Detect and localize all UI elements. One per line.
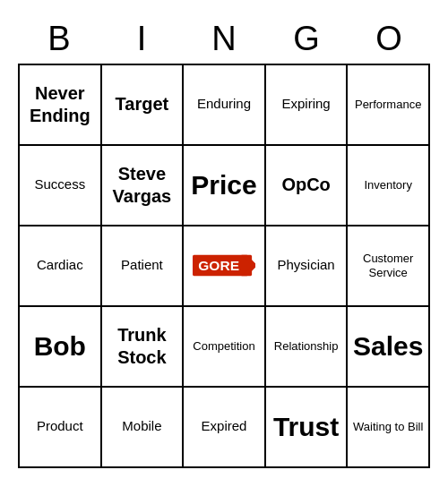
cell-r0c0: Never Ending — [20, 65, 102, 146]
cell-text-r1c1: Steve Vargas — [106, 163, 179, 208]
cell-text-r2c0: Cardiac — [37, 257, 83, 274]
cell-text-r3c3: Relationship — [274, 339, 339, 354]
cell-text-r3c0: Bob — [34, 329, 86, 363]
cell-r3c2: Competition — [184, 307, 266, 388]
gore-logo: GORE — [193, 250, 255, 281]
bingo-grid: Never Ending Target Enduring Expiring Pe… — [18, 64, 430, 468]
cell-text-r2c4: Customer Service — [351, 252, 425, 281]
cell-r0c4: Performance — [348, 65, 430, 146]
cell-text-r0c1: Target — [116, 93, 169, 115]
cell-r2c4: Customer Service — [348, 226, 430, 307]
cell-text-r0c3: Expiring — [281, 96, 330, 113]
cell-r4c2: Expired — [184, 388, 266, 468]
svg-text:GORE: GORE — [198, 258, 239, 273]
cell-text-r1c2: Price — [191, 168, 256, 202]
cell-r1c3: OpCo — [266, 146, 349, 226]
cell-r3c1: Trunk Stock — [102, 307, 185, 388]
letter-g: G — [265, 19, 348, 60]
cell-r2c2: GORE — [184, 226, 266, 307]
cell-text-r4c1: Mobile — [122, 418, 161, 435]
cell-text-r0c4: Performance — [355, 98, 421, 112]
bingo-card: B I N G O Never Ending Target Enduring E… — [9, 10, 439, 477]
cell-text-r2c3: Physician — [277, 257, 334, 274]
cell-r1c4: Inventory — [348, 146, 430, 226]
cell-r3c4: Sales — [348, 307, 430, 388]
cell-text-r4c3: Trust — [273, 410, 339, 444]
letter-n: N — [183, 19, 265, 60]
cell-text-r4c0: Product — [37, 418, 83, 435]
cell-r3c3: Relationship — [266, 307, 349, 388]
cell-r2c3: Physician — [266, 226, 349, 307]
cell-r4c4: Waiting to Bill — [348, 388, 430, 468]
letter-i: I — [100, 19, 183, 60]
letter-o: O — [348, 19, 430, 60]
cell-r2c0: Cardiac — [20, 226, 102, 307]
cell-r0c2: Enduring — [184, 65, 266, 146]
cell-r1c0: Success — [20, 146, 102, 226]
cell-text-r2c1: Patient — [121, 257, 163, 274]
cell-text-r4c2: Expired — [202, 418, 247, 435]
cell-text-r3c1: Trunk Stock — [106, 324, 179, 369]
cell-r4c0: Product — [20, 388, 102, 468]
cell-r1c2: Price — [184, 146, 266, 226]
cell-r0c3: Expiring — [266, 65, 349, 146]
cell-r4c3: Trust — [266, 388, 349, 468]
letter-b: B — [18, 19, 100, 60]
cell-text-r4c4: Waiting to Bill — [353, 420, 423, 434]
cell-text-r0c0: Never Ending — [23, 82, 97, 127]
cell-r3c0: Bob — [20, 307, 102, 388]
cell-text-r1c0: Success — [34, 176, 85, 193]
cell-r4c1: Mobile — [102, 388, 185, 468]
cell-text-r3c4: Sales — [353, 329, 423, 363]
bingo-header: B I N G O — [18, 19, 430, 60]
cell-r2c1: Patient — [102, 226, 185, 307]
cell-text-r1c3: OpCo — [281, 174, 330, 196]
cell-text-r1c4: Inventory — [364, 178, 411, 192]
cell-text-r3c2: Competition — [193, 339, 254, 354]
cell-text-r0c2: Enduring — [197, 96, 251, 113]
cell-r0c1: Target — [102, 65, 185, 146]
cell-r1c1: Steve Vargas — [102, 146, 185, 226]
